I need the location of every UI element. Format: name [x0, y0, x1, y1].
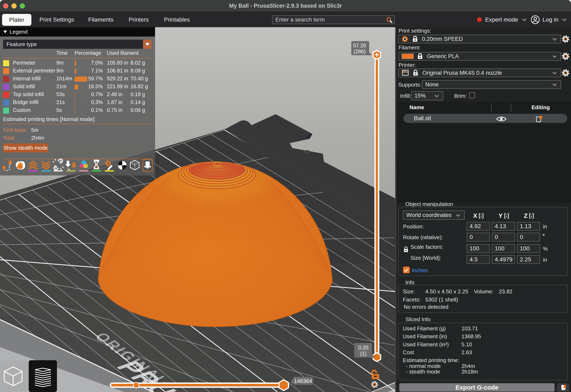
svg-text:(286): (286)	[354, 49, 366, 54]
svg-text:146364: 146364	[294, 378, 312, 384]
svg-text:57.20: 57.20	[353, 42, 366, 48]
svg-text:(1): (1)	[360, 351, 367, 356]
svg-text:0.20: 0.20	[358, 345, 369, 350]
